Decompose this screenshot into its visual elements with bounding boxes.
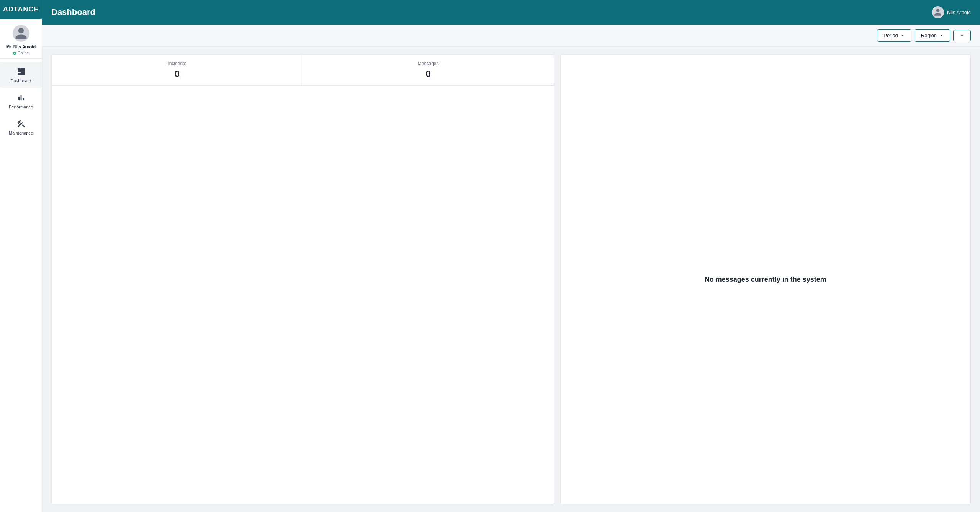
content-area: Incidents 0 Messages 0 No messages curre… — [42, 47, 980, 512]
right-panel: No messages currently in the system — [560, 54, 971, 504]
chevron-down-icon-2 — [939, 33, 944, 38]
toolbar: Period Region — [42, 25, 980, 47]
left-panel: Incidents 0 Messages 0 — [51, 54, 554, 504]
dashboard-icon — [16, 66, 26, 77]
user-badge: Nils Arnold — [932, 6, 971, 18]
sidebar-item-performance-label: Performance — [9, 105, 33, 109]
messages-label: Messages — [311, 61, 546, 66]
top-header: Dashboard Nils Arnold — [42, 0, 980, 25]
logo-area: ADTANCE — [0, 0, 42, 19]
incidents-value: 0 — [59, 69, 295, 79]
maintenance-icon — [16, 118, 26, 129]
incidents-label: Incidents — [59, 61, 295, 66]
app-logo: ADTANCE — [3, 5, 39, 13]
sidebar-item-maintenance[interactable]: Maintenance — [0, 114, 42, 140]
region-dropdown[interactable]: Region — [915, 29, 950, 42]
avatar — [13, 25, 29, 42]
main-content: Dashboard Nils Arnold Period Region — [42, 0, 980, 512]
performance-icon — [16, 92, 26, 103]
incidents-stat: Incidents 0 — [52, 55, 303, 85]
person-icon — [14, 26, 28, 40]
messages-stat: Messages 0 — [303, 55, 554, 85]
stats-and-messages: Incidents 0 Messages 0 No messages curre… — [51, 54, 971, 504]
sidebar-user-name: Mr. Nils Arnold — [6, 44, 36, 49]
sidebar: ADTANCE Mr. Nils Arnold Online Dashboard — [0, 0, 42, 512]
extra-dropdown[interactable] — [953, 30, 971, 41]
online-dot — [13, 52, 16, 55]
sidebar-item-dashboard-label: Dashboard — [11, 79, 31, 83]
online-text: Online — [18, 51, 29, 55]
header-avatar — [932, 6, 944, 18]
sidebar-item-dashboard[interactable]: Dashboard — [0, 62, 42, 88]
chart-area — [52, 86, 554, 504]
period-dropdown[interactable]: Period — [877, 29, 911, 42]
sidebar-item-maintenance-label: Maintenance — [9, 131, 33, 135]
no-messages-text: No messages currently in the system — [705, 276, 826, 284]
header-person-icon — [934, 8, 942, 16]
nav-menu: Dashboard Performance Maintenance — [0, 59, 42, 140]
chevron-down-icon-3 — [960, 33, 964, 38]
messages-value: 0 — [311, 69, 546, 79]
stats-row: Incidents 0 Messages 0 — [52, 55, 554, 86]
page-title: Dashboard — [51, 7, 95, 17]
online-status: Online — [13, 51, 29, 55]
sidebar-item-performance[interactable]: Performance — [0, 88, 42, 114]
header-right: Nils Arnold — [932, 6, 971, 18]
user-area: Mr. Nils Arnold Online — [0, 19, 42, 59]
header-user-name: Nils Arnold — [947, 10, 971, 15]
chevron-down-icon — [900, 33, 905, 38]
